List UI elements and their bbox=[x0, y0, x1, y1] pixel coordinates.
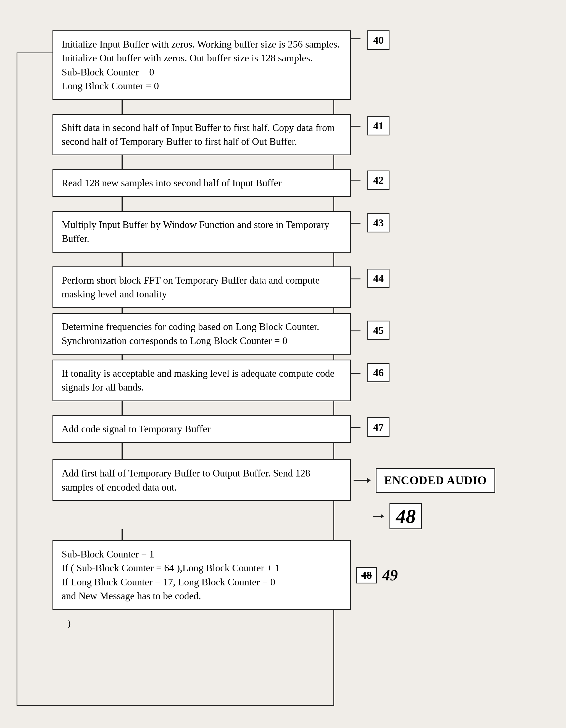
step-40-box: Initialize Input Buffer with zeros. Work… bbox=[53, 30, 351, 100]
step-44-number: 44 bbox=[367, 269, 389, 288]
flowchart: Initialize Input Buffer with zeros. Work… bbox=[0, 0, 566, 728]
step-42-number: 42 bbox=[367, 171, 389, 190]
step-47-number: 47 bbox=[367, 417, 389, 437]
encoded-audio-box: ENCODED AUDIO bbox=[376, 468, 495, 493]
step-44-box: Perform short block FFT on Temporary Buf… bbox=[53, 266, 351, 308]
arrow-to-encoded bbox=[353, 480, 367, 481]
connector-44-45 bbox=[122, 308, 123, 313]
arrow-to-48 bbox=[373, 516, 381, 517]
step-47-box: Add code signal to Temporary Buffer bbox=[53, 415, 351, 443]
step-41-number: 41 bbox=[367, 116, 389, 135]
step-40-number: 40 bbox=[367, 30, 389, 50]
step-48-box: Add first half of Temporary Buffer to Ou… bbox=[53, 459, 351, 501]
connector-41-42 bbox=[122, 155, 123, 169]
step-49-box: Sub-Block Counter + 1 If ( Sub-Block Cou… bbox=[53, 540, 351, 610]
connector-40-41 bbox=[122, 100, 123, 114]
connector-48-49 bbox=[122, 529, 123, 540]
step-45-box: Determine frequencies for coding based o… bbox=[53, 313, 351, 355]
connector-46-47 bbox=[122, 401, 123, 415]
step-45-number: 45 bbox=[367, 321, 389, 340]
step-46-number: 46 bbox=[367, 363, 389, 382]
step-49-crossed-48: 48 bbox=[356, 567, 377, 583]
step-49-number: 49 bbox=[382, 566, 398, 584]
step-46-box: If tonality is acceptable and masking le… bbox=[53, 360, 351, 401]
bottom-note: ) bbox=[68, 618, 544, 629]
connector-47-48 bbox=[122, 443, 123, 459]
step-48-number: 48 bbox=[389, 503, 422, 529]
step-42-box: Read 128 new samples into second half of… bbox=[53, 169, 351, 197]
connector-43-44 bbox=[122, 253, 123, 266]
step-41-box: Shift data in second half of Input Buffe… bbox=[53, 114, 351, 156]
step-43-number: 43 bbox=[367, 213, 389, 232]
connector-42-43 bbox=[122, 197, 123, 211]
connector-45-46 bbox=[122, 355, 123, 360]
step-43-box: Multiply Input Buffer by Window Function… bbox=[53, 211, 351, 253]
